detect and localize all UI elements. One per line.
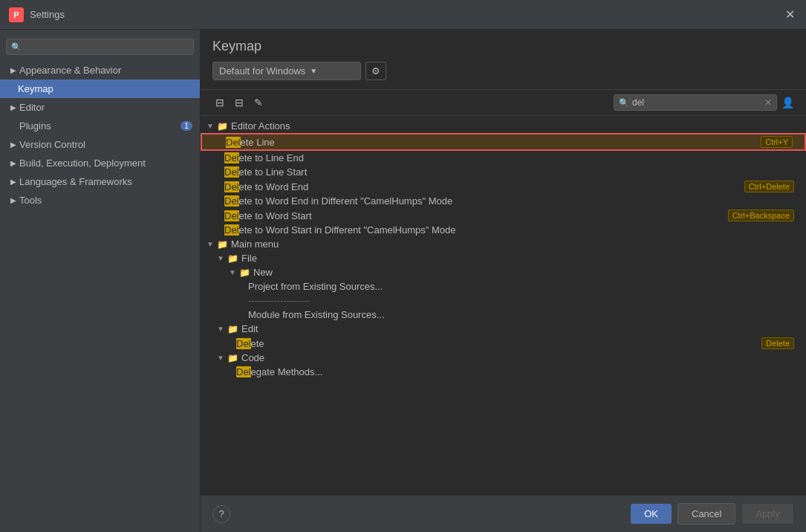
window-title: Settings [30,9,65,20]
group-label: Edit [241,323,800,334]
delete-edit-row[interactable]: Delete Delete [201,336,806,351]
sidebar-item-label: Tools [19,195,192,206]
highlight-del: Del [236,338,251,349]
code-collapse-icon: ▼ [217,354,226,362]
sidebar-item-label: Appearance & Behavior [19,65,192,76]
keymap-dropdown[interactable]: Default for Windows ▼ [212,62,361,80]
folder-icon: 📁 [227,353,238,363]
code-group[interactable]: ▼ 📁 Code [201,351,806,365]
group-label: Main menu [231,239,800,250]
editor-arrow-icon: ▶ [10,103,16,111]
file-group[interactable]: ▼ 📁 File [201,251,806,265]
highlight-del: Del [224,195,239,207]
delete-line-row[interactable]: Delete Line Ctrl+Y [201,133,806,151]
group-label: New [253,267,800,278]
folder-icon: 📁 [217,121,228,132]
highlight-del: Del [224,181,239,192]
delete-to-line-start-row[interactable]: Delete to Line Start [201,165,806,179]
sidebar-item-languages[interactable]: ▶ Languages & Frameworks [0,172,200,191]
module-from-existing-row[interactable]: Module from Existing Sources... [201,308,806,322]
sidebar-item-appearance[interactable]: ▶ Appearance & Behavior [0,61,200,80]
highlight-del: Del [226,137,241,148]
chevron-down-icon: ▼ [310,67,317,75]
sidebar-search-input[interactable] [25,42,189,52]
new-group[interactable]: ▼ 📁 New [201,265,806,279]
content-title: Keymap [212,39,794,54]
group-label: Code [241,352,800,363]
sidebar-item-tools[interactable]: ▶ Tools [0,191,200,210]
highlight-del: Del [224,224,239,236]
sidebar-search-icon: 🔍 [11,42,22,52]
item-label: Delete to Line End [224,152,800,163]
bottom-bar: ? OK Cancel Apply [201,495,806,532]
sidebar-item-version-control[interactable]: ▶ Version Control [0,135,200,154]
shortcut-badge: Delete [761,337,794,349]
help-button[interactable]: ? [212,505,230,523]
folder-icon: 📁 [217,239,228,250]
cancel-button[interactable]: Cancel [677,503,735,525]
content-header: Keymap Default for Windows ▼ ⚙ [201,30,806,90]
new-collapse-icon: ▼ [229,268,238,276]
main-menu-group[interactable]: ▼ 📁 Main menu [201,237,806,251]
sidebar-item-label: Editor [19,102,192,113]
delete-to-word-end-row[interactable]: Delete to Word End Ctrl+Delete [201,179,806,194]
editor-actions-group[interactable]: ▼ 📁 Editor Actions [201,119,806,133]
app-icon: P [9,7,24,22]
group-collapse-icon: ▼ [207,122,215,130]
tools-arrow-icon: ▶ [10,196,16,204]
sidebar-item-plugins[interactable]: ▶ Plugins 1 [0,117,200,135]
keymap-toolbar: Default for Windows ▼ ⚙ [212,62,794,80]
keymap-gear-button[interactable]: ⚙ [365,62,386,80]
close-button[interactable]: ✕ [782,7,797,22]
delegate-methods-row[interactable]: Delegate Methods... [201,365,806,379]
item-label: Project from Existing Sources... [248,281,800,292]
keymap-search-bar[interactable]: 🔍 ✕ [614,94,777,111]
edit-group[interactable]: ▼ 📁 Edit [201,322,806,336]
ok-button[interactable]: OK [631,504,672,524]
tree-content[interactable]: ▼ 📁 Editor Actions Delete Line Ctrl+Y De… [201,116,806,495]
delete-to-word-end-camel-row[interactable]: Delete to Word End in Different "CamelHu… [201,194,806,208]
keymap-search-input[interactable] [632,97,764,108]
sidebar-item-label: Build, Execution, Deployment [19,158,192,169]
collapse-all-button[interactable]: ⊟ [212,95,227,110]
search-clear-button[interactable]: ✕ [764,97,772,108]
highlight-del: Del [236,366,251,377]
item-label: Delegate Methods... [236,366,800,377]
sidebar-item-label: Plugins [19,120,181,132]
separator-row: ------------------- [201,293,806,308]
keymap-dropdown-label: Default for Windows [219,65,305,77]
item-label: Delete to Word Start in Different "Camel… [224,224,800,236]
folder-icon: 📁 [239,267,250,278]
person-icon-button[interactable]: 👤 [781,97,794,108]
apply-button[interactable]: Apply [741,503,794,525]
delete-to-word-start-camel-row[interactable]: Delete to Word Start in Different "Camel… [201,223,806,237]
sidebar-item-label: Languages & Frameworks [19,176,192,187]
sidebar-item-build[interactable]: ▶ Build, Execution, Deployment [0,154,200,172]
tree-toolbar: ⊟ ⊟ ✎ 🔍 ✕ 👤 [201,90,806,116]
folder-icon: 📁 [227,324,238,334]
sidebar-item-keymap[interactable]: Keymap [0,80,200,98]
shortcut-badge: Ctrl+Delete [744,181,794,192]
item-label: Delete to Word End in Different "CamelHu… [224,195,800,207]
main-layout: 🔍 ▶ Appearance & Behavior Keymap ▶ Edito… [0,30,806,532]
sidebar-search[interactable]: 🔍 [6,39,194,55]
edit-shortcut-button[interactable]: ✎ [251,95,266,110]
delete-to-word-start-row[interactable]: Delete to Word Start Ctrl+Backspace [201,208,806,223]
content-area: Keymap Default for Windows ▼ ⚙ ⊟ ⊟ ✎ 🔍 ✕… [201,30,806,532]
delete-to-line-end-row[interactable]: Delete to Line End [201,151,806,165]
sidebar-item-editor[interactable]: ▶ Editor [0,98,200,117]
item-label: Delete Line [226,137,761,148]
sidebar: 🔍 ▶ Appearance & Behavior Keymap ▶ Edito… [0,30,201,532]
folder-icon: 📁 [227,253,238,264]
highlight-del: Del [224,152,239,163]
plugins-badge: 1 [181,121,192,131]
search-icon: 🔍 [619,98,629,108]
expand-all-button[interactable]: ⊟ [232,95,247,110]
highlight-del: Del [224,166,239,178]
item-label-rest: ete Line [241,137,275,148]
shortcut-badge: Ctrl+Backspace [728,210,794,221]
file-collapse-icon: ▼ [217,254,226,262]
separator-label: ------------------- [248,295,800,306]
sidebar-item-label: Keymap [18,83,192,94]
project-from-existing-row[interactable]: Project from Existing Sources... [201,279,806,293]
